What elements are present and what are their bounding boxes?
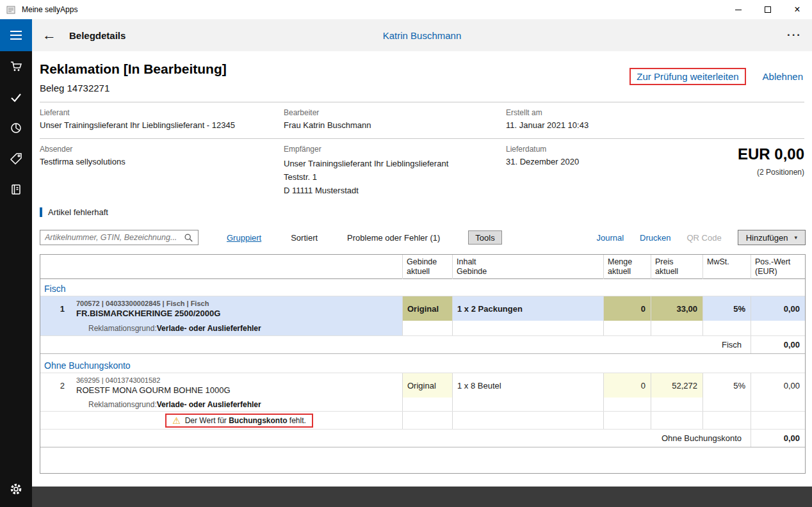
field-absender: Absender Testfirma sellysolutions	[40, 145, 284, 197]
total-amount: EUR 0,00	[692, 145, 804, 163]
user-name-link[interactable]: Katrin Buschmann	[383, 30, 462, 41]
document-fields-row2: Absender Testfirma sellysolutions Empfän…	[32, 139, 812, 200]
back-button[interactable]: ←	[42, 28, 56, 42]
search-input[interactable]	[45, 233, 184, 242]
menge-cell[interactable]: 0	[603, 373, 651, 398]
menge-cell[interactable]: 0	[603, 296, 651, 321]
group-footer-ohne-buchungskonto: Ohne Buchungskonto 0,00	[40, 430, 805, 447]
pie-chart-icon	[10, 122, 22, 134]
table-empty-area	[40, 447, 805, 473]
main-area: ← Belegdetails Katrin Buschmann ··· Rekl…	[32, 19, 812, 507]
reject-button[interactable]: Ablehnen	[763, 71, 803, 82]
col-wert: Pos.-Wert (EUR)	[751, 255, 805, 279]
mwst-cell: 5%	[702, 373, 751, 398]
inhalt-cell: 1 x 8 Beutel	[452, 373, 603, 398]
field-bearbeiter: Bearbeiter Frau Katrin Buschmann	[284, 108, 506, 131]
group-toggle[interactable]: Gruppiert	[227, 233, 261, 243]
tools-button[interactable]: Tools	[468, 230, 501, 245]
article-title: FR.BISMARCKHERINGE 2500/2000G	[76, 309, 402, 318]
field-lieferant: Lieferant Unser Trainingslieferant Ihr L…	[40, 108, 284, 131]
field-lieferdatum: Lieferdatum 31. Dezember 2020	[506, 145, 692, 197]
qr-code-button[interactable]: QR Code	[686, 233, 721, 243]
sidebar	[0, 19, 32, 507]
page-title: Belegdetails	[69, 30, 126, 41]
warning-text: Der Wert für Buchungskonto fehlt.	[185, 416, 306, 425]
chevron-down-icon: ▾	[794, 234, 797, 241]
wert-cell: 0,00	[751, 296, 805, 321]
group-header-ohne-buchungskonto: Ohne Buchungskonto	[40, 354, 805, 373]
group-header-fisch: Fisch	[40, 279, 805, 296]
article-meta: 369295 | 04013743001582	[76, 376, 402, 384]
table-header: Gebinde aktuell Inhalt Gebinde Menge akt…	[40, 255, 805, 279]
minimize-button[interactable]	[724, 0, 753, 19]
document-actions: Zur Prüfung weiterleiten Ablehnen	[629, 68, 803, 85]
forward-for-review-button[interactable]: Zur Prüfung weiterleiten	[637, 71, 738, 82]
problems-filter[interactable]: Probleme oder Fehler (1)	[347, 233, 440, 243]
reklamationsgrund-row: Reklamationsgrund: Verlade- oder Auslief…	[40, 321, 805, 336]
preis-cell[interactable]: 52,272	[651, 373, 702, 398]
col-gebinde: Gebinde aktuell	[402, 255, 452, 279]
positions-table: Gebinde aktuell Inhalt Gebinde Menge akt…	[40, 254, 806, 474]
article-search	[40, 230, 199, 245]
table-row[interactable]: 1 700572 | 04033300002845 | Fisch | Fisc…	[40, 296, 805, 321]
gebinde-cell[interactable]: Original	[402, 296, 452, 321]
annotation-box-warning: ⚠ Der Wert für Buchungskonto fehlt.	[165, 414, 313, 428]
mwst-cell: 5%	[702, 296, 751, 321]
status-note: Artikel fehlerhaft	[40, 207, 812, 217]
window-title: Meine sellyApps	[22, 5, 77, 14]
sidebar-item-journal[interactable]	[0, 174, 32, 205]
window-controls: ×	[724, 0, 812, 19]
sort-toggle[interactable]: Sortiert	[291, 233, 318, 243]
sidebar-item-tags[interactable]	[0, 143, 32, 174]
col-inhalt: Inhalt Gebinde	[452, 255, 603, 279]
document-total: EUR 0,00 (2 Positionen)	[692, 145, 804, 197]
annotation-box-forward: Zur Prüfung weiterleiten	[629, 68, 745, 85]
app-window: Meine sellyApps ×	[0, 0, 812, 507]
app-icon	[6, 4, 17, 15]
sidebar-item-settings[interactable]	[0, 474, 32, 504]
menu-button[interactable]	[0, 19, 32, 51]
document-title: Reklamation [In Bearbeitung]	[40, 61, 227, 77]
add-button[interactable]: Hinzufügen ▾	[738, 230, 806, 245]
position-count: (2 Positionen)	[692, 168, 804, 177]
close-button[interactable]: ×	[783, 0, 812, 19]
col-preis: Preis aktuell	[651, 255, 702, 279]
minimize-icon	[735, 10, 742, 10]
toolbar-right: Journal Drucken QR Code Hinzufügen ▾	[596, 230, 806, 245]
tag-icon	[10, 152, 22, 165]
reklamationsgrund-row: Reklamationsgrund: Verlade- oder Auslief…	[40, 398, 805, 412]
content-area: Reklamation [In Bearbeitung] Beleg 14732…	[32, 51, 812, 487]
sidebar-item-statistics[interactable]	[0, 113, 32, 143]
preis-cell[interactable]: 33,00	[651, 296, 702, 321]
document-number: Beleg 14732271	[40, 83, 227, 93]
document-fields-row1: Lieferant Unser Trainingslieferant Ihr L…	[32, 102, 812, 138]
table-row[interactable]: 2 369295 | 04013743001582 ROESTF MONA GO…	[40, 373, 805, 398]
validation-warning-row: ⚠ Der Wert für Buchungskonto fehlt.	[40, 412, 805, 430]
sidebar-item-approvals[interactable]	[0, 82, 32, 113]
hamburger-icon	[10, 31, 22, 32]
article-title: ROESTF MONA GOURM BOHNE 1000G	[76, 385, 402, 395]
gebinde-cell[interactable]: Original	[402, 373, 452, 398]
journal-link[interactable]: Journal	[596, 233, 624, 243]
search-icon	[184, 233, 193, 243]
field-erstellt-am: Erstellt am 11. Januar 2021 10:43	[506, 108, 804, 131]
more-button[interactable]: ···	[787, 29, 802, 42]
app-header: ← Belegdetails Katrin Buschmann ···	[32, 19, 812, 51]
article-meta: 700572 | 04033300002845 | Fisch | Fisch	[76, 300, 402, 307]
book-icon	[10, 183, 22, 196]
close-icon: ×	[794, 4, 800, 15]
maximize-icon	[765, 6, 771, 13]
sidebar-item-cart[interactable]	[0, 51, 32, 82]
gear-icon	[9, 482, 23, 496]
print-link[interactable]: Drucken	[640, 233, 670, 243]
wert-cell: 0,00	[751, 373, 805, 398]
app-shell: ← Belegdetails Katrin Buschmann ··· Rekl…	[0, 19, 812, 507]
check-icon	[10, 91, 22, 104]
maximize-button[interactable]	[753, 0, 783, 19]
document-header: Reklamation [In Bearbeitung] Beleg 14732…	[32, 51, 812, 102]
group-footer-fisch: Fisch 0,00	[40, 336, 805, 354]
cart-icon	[10, 60, 22, 73]
col-mwst: MwSt.	[702, 255, 751, 279]
bottom-bar	[32, 487, 812, 507]
positions-toolbar: Gruppiert Sortiert Probleme oder Fehler …	[40, 230, 806, 245]
